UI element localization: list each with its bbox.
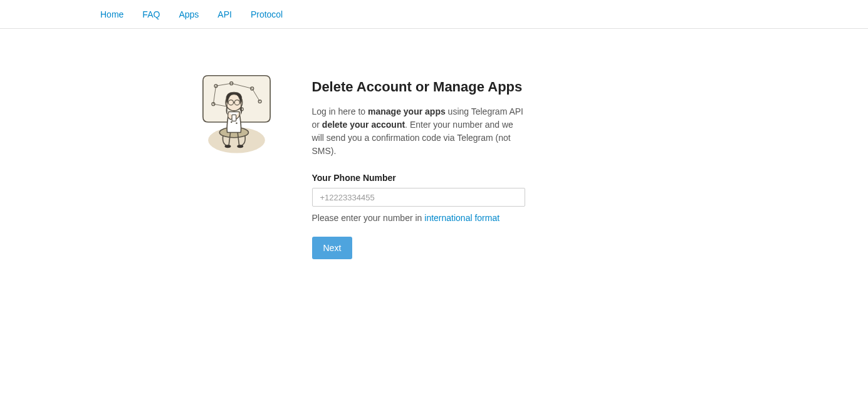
phone-label: Your Phone Number	[312, 173, 525, 183]
main-container: Delete Account or Manage Apps Log in her…	[180, 29, 688, 259]
page-heading: Delete Account or Manage Apps	[312, 79, 525, 95]
telegram-character-icon	[185, 60, 288, 163]
content-area: Delete Account or Manage Apps Log in her…	[312, 60, 525, 259]
description-text: Log in here to manage your apps using Te…	[312, 105, 525, 158]
svg-point-16	[231, 121, 232, 123]
next-button[interactable]: Next	[312, 237, 353, 259]
phone-input[interactable]	[312, 188, 525, 207]
svg-point-24	[237, 145, 243, 148]
help-fragment: Please enter your number in	[312, 213, 425, 223]
svg-point-17	[236, 122, 237, 123]
nav-protocol-link[interactable]: Protocol	[251, 9, 283, 19]
desc-fragment: Log in here to	[312, 106, 369, 116]
top-nav: Home FAQ Apps API Protocol	[0, 0, 868, 29]
nav-faq-link[interactable]: FAQ	[142, 9, 160, 19]
svg-point-23	[225, 145, 231, 148]
international-format-link[interactable]: international format	[424, 213, 499, 223]
nav-apps-link[interactable]: Apps	[179, 9, 199, 19]
help-text: Please enter your number in internationa…	[312, 213, 525, 223]
nav-home-link[interactable]: Home	[100, 9, 123, 19]
svg-rect-18	[232, 115, 236, 121]
illustration-area	[180, 60, 293, 259]
desc-strong-manage: manage your apps	[368, 106, 446, 116]
desc-strong-delete: delete your account	[322, 120, 405, 130]
nav-api-link[interactable]: API	[217, 9, 232, 19]
